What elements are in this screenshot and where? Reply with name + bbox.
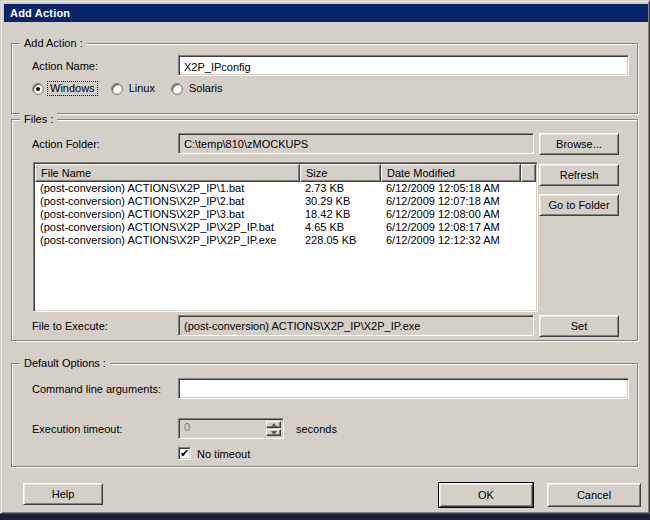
table-cell: (post-conversion) ACTIONS\X2P_IP\X2P_IP.… [35,221,300,234]
help-button[interactable]: Help [23,483,103,505]
table-cell: 6/12/2009 12:05:18 AM [381,182,521,195]
refresh-button[interactable]: Refresh [539,164,619,186]
radio-label: Linux [127,82,157,95]
radio-linux[interactable]: Linux [111,82,157,95]
command-line-arguments-label: Command line arguments: [32,381,161,397]
os-radio-group: WindowsLinuxSolaris [32,82,225,95]
column-header-date-modified[interactable]: Date Modified [381,164,521,182]
table-row[interactable]: (post-conversion) ACTIONS\X2P_IP\X2P_IP.… [35,221,536,234]
radio-icon [171,83,183,95]
add-action-group-label: Add Action : [20,37,87,50]
table-cell: 6/12/2009 12:08:17 AM [381,221,521,234]
table-cell: (post-conversion) ACTIONS\X2P_IP\1.bat [35,182,300,195]
set-button[interactable]: Set [539,315,619,337]
no-timeout-label: No timeout [197,448,250,460]
table-row[interactable]: (post-conversion) ACTIONS\X2P_IP\3.bat18… [35,208,536,221]
window-title: Add Action [10,7,70,19]
table-cell: (post-conversion) ACTIONS\X2P_IP\3.bat [35,208,300,221]
default-options-group: Default Options : Command line arguments… [11,363,638,467]
execution-timeout-label: Execution timeout: [32,421,123,437]
table-cell: 18.42 KB [300,208,381,221]
up-arrow-icon [271,423,277,427]
check-icon: ✔ [180,448,189,459]
action-folder-label: Action Folder: [32,136,100,152]
column-header-stub[interactable] [521,164,536,182]
table-cell: 6/12/2009 12:07:18 AM [381,195,521,208]
radio-solaris[interactable]: Solaris [171,82,225,95]
no-timeout-checkbox[interactable]: ✔ [178,447,191,460]
down-arrow-icon [271,431,277,435]
file-list: File NameSizeDate Modified (post-convers… [33,162,538,312]
browse-button[interactable]: Browse... [539,133,619,155]
bottom-strip [0,514,650,520]
add-action-dialog: Add Action Add Action : Action Name: Win… [0,0,650,514]
file-to-execute-label: File to Execute: [32,318,108,334]
file-list-body: (post-conversion) ACTIONS\X2P_IP\1.bat2.… [35,182,536,247]
default-options-group-label: Default Options : [20,357,110,370]
files-group-label: Files : [20,113,57,126]
files-group: Files : Action Folder: C:\temp\810\zMOCK… [11,119,638,341]
table-cell: 228.05 KB [300,234,381,247]
table-row[interactable]: (post-conversion) ACTIONS\X2P_IP\1.bat2.… [35,182,536,195]
file-list-header: File NameSizeDate Modified [35,164,536,182]
no-timeout-checkrow[interactable]: ✔ No timeout [178,447,250,460]
title-bar[interactable]: Add Action [4,4,648,22]
command-line-arguments-input[interactable] [178,378,629,399]
spin-up-button [266,421,281,428]
table-cell: 4.65 KB [300,221,381,234]
add-action-group: Add Action : Action Name: WindowsLinuxSo… [11,43,638,114]
action-name-label: Action Name: [32,58,98,74]
goto-folder-button[interactable]: Go to Folder [539,194,619,216]
radio-windows[interactable]: Windows [32,82,97,95]
table-cell: (post-conversion) ACTIONS\X2P_IP\X2P_IP.… [35,234,300,247]
execution-timeout-spinner: 0 [178,418,284,439]
radio-label: Windows [48,82,97,95]
spin-down-button [266,429,281,436]
table-cell: 30.29 KB [300,195,381,208]
table-cell: 2.73 KB [300,182,381,195]
file-to-execute-field: (post-conversion) ACTIONS\X2P_IP\X2P_IP.… [178,315,534,336]
table-row[interactable]: (post-conversion) ACTIONS\X2P_IP\X2P_IP.… [35,234,536,247]
table-row[interactable]: (post-conversion) ACTIONS\X2P_IP\2.bat30… [35,195,536,208]
column-header-size[interactable]: Size [300,164,381,182]
action-folder-field: C:\temp\810\zMOCKUPS [178,133,534,154]
seconds-label: seconds [296,421,337,437]
ok-button[interactable]: OK [439,483,533,507]
execution-timeout-value: 0 [179,419,266,438]
radio-label: Solaris [187,82,225,95]
spin-buttons [266,419,283,438]
radio-icon [111,83,123,95]
column-header-file-name[interactable]: File Name [35,164,300,182]
table-cell: (post-conversion) ACTIONS\X2P_IP\2.bat [35,195,300,208]
cancel-button[interactable]: Cancel [547,483,641,507]
table-cell: 6/12/2009 12:12:32 AM [381,234,521,247]
screen: Add Action Add Action : Action Name: Win… [0,0,650,520]
radio-icon [32,83,44,95]
action-name-input[interactable] [178,55,629,76]
table-cell: 6/12/2009 12:08:00 AM [381,208,521,221]
